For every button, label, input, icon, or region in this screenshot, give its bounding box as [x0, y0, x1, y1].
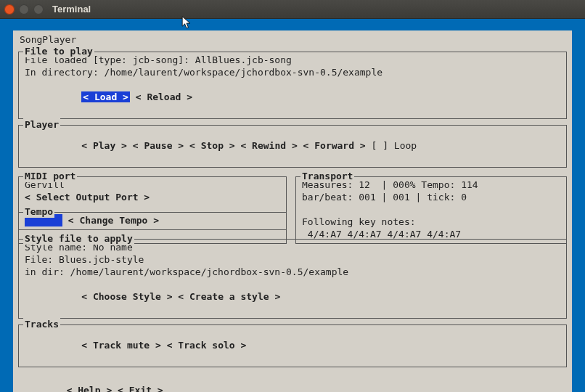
exit-button[interactable]: < Exit >	[118, 385, 163, 392]
tracks-legend: Tracks	[23, 318, 60, 330]
minimize-icon[interactable]	[19, 4, 29, 15]
style-dir-line: in dir: /home/laurent/workspace/jchordbo…	[25, 266, 560, 278]
terminal-window: Terminal SongPlayer File to play File lo…	[0, 0, 585, 392]
rewind-button[interactable]: < Rewind >	[240, 140, 297, 151]
transport-legend: Transport	[300, 170, 354, 182]
pause-button[interactable]: < Pause >	[133, 140, 184, 151]
midi-legend: MIDI port	[23, 170, 77, 182]
transport-group: Transport Measures: 12 | 000% Tempo: 114…	[295, 176, 567, 244]
file-dir-line: In directory: /home/laurent/workspace/jc…	[25, 66, 560, 78]
style-file-line: File: Blues.jcb-style	[25, 253, 560, 266]
load-button[interactable]: < Load >	[81, 91, 130, 102]
player-group: Player < Play > < Pause > < Stop > < Rew…	[18, 125, 567, 168]
tempo-legend: Tempo	[23, 205, 54, 218]
loop-checkbox[interactable]: [ ] Loop	[372, 140, 417, 151]
select-port-button[interactable]: < Select Output Port >	[25, 192, 150, 203]
style-legend: Style file to apply	[23, 232, 134, 245]
create-style-button[interactable]: < Create a style >	[178, 291, 280, 302]
reload-button[interactable]: < Reload >	[136, 91, 192, 102]
transport-line2: bar/beat: 001 | 001 | tick: 0	[302, 191, 560, 203]
play-button[interactable]: < Play >	[81, 140, 127, 151]
help-button[interactable]: < Help >	[67, 385, 112, 392]
terminal-body: SongPlayer File to play File loaded [typ…	[0, 19, 585, 392]
stop-button[interactable]: < Stop >	[189, 140, 235, 151]
titlebar: Terminal	[0, 0, 585, 19]
player-legend: Player	[23, 118, 60, 131]
choose-style-button[interactable]: < Choose Style >	[81, 291, 172, 302]
maximize-icon[interactable]	[33, 4, 44, 15]
file-legend: File to play	[23, 45, 94, 57]
tui-app: SongPlayer File to play File loaded [typ…	[13, 30, 572, 392]
tempo-group: Tempo < Change Tempo >	[18, 212, 287, 230]
style-group: Style file to apply Style name: No name …	[18, 239, 567, 319]
tracks-group: Tracks < Track mute > < Track solo >	[18, 324, 567, 367]
forward-button[interactable]: < Forward >	[303, 140, 366, 151]
close-icon[interactable]	[4, 4, 15, 15]
transport-follow-label: Following key notes:	[302, 216, 560, 228]
window-title: Terminal	[52, 4, 91, 15]
app-title: SongPlayer	[18, 33, 567, 46]
file-loaded-line: File loaded [type: jcb-song]: AllBlues.j…	[25, 54, 560, 66]
file-to-play-group: File to play File loaded [type: jcb-song…	[18, 52, 567, 119]
track-solo-button[interactable]: < Track solo >	[167, 340, 247, 351]
track-mute-button[interactable]: < Track mute >	[81, 340, 161, 351]
change-tempo-button[interactable]: < Change Tempo >	[68, 215, 159, 226]
